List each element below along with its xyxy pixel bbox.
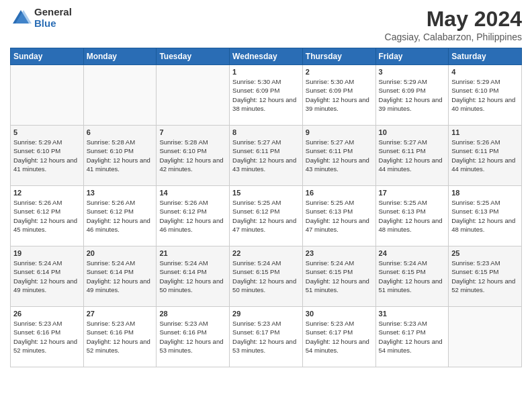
day-number: 31 [379, 310, 446, 318]
day-number: 5 [13, 128, 81, 136]
day-number: 2 [306, 68, 373, 76]
day-info: Sunrise: 5:25 AMSunset: 6:13 PMDaylight:… [451, 198, 519, 234]
logo-icon [10, 7, 32, 29]
day-info: Sunrise: 5:23 AMSunset: 6:15 PMDaylight:… [451, 259, 519, 294]
day-number: 29 [232, 310, 300, 318]
day-cell: 22Sunrise: 5:24 AMSunset: 6:15 PMDayligh… [230, 246, 303, 307]
days-header-row: SundayMondayTuesdayWednesdayThursdayFrid… [11, 48, 522, 65]
day-info: Sunrise: 5:23 AMSunset: 6:17 PMDaylight:… [232, 319, 300, 355]
day-number: 3 [379, 68, 446, 76]
day-number: 14 [159, 189, 226, 197]
day-number: 22 [232, 249, 300, 257]
day-header-monday: Monday [83, 48, 157, 65]
day-number: 30 [306, 310, 373, 318]
day-number: 28 [159, 310, 226, 318]
day-cell: 6Sunrise: 5:28 AMSunset: 6:10 PMDaylight… [83, 126, 157, 186]
day-number: 11 [451, 128, 519, 136]
week-row-3: 12Sunrise: 5:26 AMSunset: 6:12 PMDayligh… [11, 186, 522, 246]
day-cell: 23Sunrise: 5:24 AMSunset: 6:15 PMDayligh… [302, 246, 375, 307]
week-row-5: 26Sunrise: 5:23 AMSunset: 6:16 PMDayligh… [11, 307, 522, 367]
day-number: 6 [87, 128, 154, 136]
week-row-4: 19Sunrise: 5:24 AMSunset: 6:14 PMDayligh… [11, 246, 522, 307]
day-number: 25 [451, 249, 519, 257]
day-info: Sunrise: 5:23 AMSunset: 6:16 PMDaylight:… [159, 319, 226, 355]
day-cell: 31Sunrise: 5:23 AMSunset: 6:17 PMDayligh… [375, 307, 449, 367]
day-number: 4 [451, 68, 519, 76]
day-header-tuesday: Tuesday [157, 48, 230, 65]
day-number: 27 [87, 310, 154, 318]
day-info: Sunrise: 5:24 AMSunset: 6:15 PMDaylight:… [306, 259, 373, 294]
day-cell [83, 65, 157, 126]
day-cell: 28Sunrise: 5:23 AMSunset: 6:16 PMDayligh… [157, 307, 230, 367]
day-number: 20 [87, 249, 154, 257]
day-number: 13 [87, 189, 154, 197]
day-cell: 5Sunrise: 5:29 AMSunset: 6:10 PMDaylight… [11, 126, 84, 186]
day-info: Sunrise: 5:26 AMSunset: 6:12 PMDaylight:… [159, 198, 226, 234]
day-header-saturday: Saturday [449, 48, 522, 65]
day-cell: 8Sunrise: 5:27 AMSunset: 6:11 PMDaylight… [230, 126, 303, 186]
day-cell: 4Sunrise: 5:29 AMSunset: 6:10 PMDaylight… [449, 65, 522, 126]
day-number: 8 [232, 128, 300, 136]
day-cell: 25Sunrise: 5:23 AMSunset: 6:15 PMDayligh… [449, 246, 522, 307]
day-info: Sunrise: 5:30 AMSunset: 6:09 PMDaylight:… [232, 77, 300, 113]
day-header-friday: Friday [375, 48, 449, 65]
day-cell: 12Sunrise: 5:26 AMSunset: 6:12 PMDayligh… [11, 186, 84, 246]
day-cell: 29Sunrise: 5:23 AMSunset: 6:17 PMDayligh… [230, 307, 303, 367]
day-info: Sunrise: 5:24 AMSunset: 6:14 PMDaylight:… [159, 259, 226, 294]
day-number: 7 [159, 128, 226, 136]
day-cell: 11Sunrise: 5:26 AMSunset: 6:11 PMDayligh… [449, 126, 522, 186]
day-cell: 18Sunrise: 5:25 AMSunset: 6:13 PMDayligh… [449, 186, 522, 246]
day-info: Sunrise: 5:26 AMSunset: 6:11 PMDaylight:… [451, 138, 519, 173]
day-cell: 2Sunrise: 5:30 AMSunset: 6:09 PMDaylight… [302, 65, 375, 126]
day-info: Sunrise: 5:23 AMSunset: 6:17 PMDaylight:… [379, 319, 446, 355]
day-info: Sunrise: 5:29 AMSunset: 6:10 PMDaylight:… [451, 77, 519, 113]
day-cell: 26Sunrise: 5:23 AMSunset: 6:16 PMDayligh… [11, 307, 84, 367]
day-cell: 27Sunrise: 5:23 AMSunset: 6:16 PMDayligh… [83, 307, 157, 367]
day-cell: 20Sunrise: 5:24 AMSunset: 6:14 PMDayligh… [83, 246, 157, 307]
day-info: Sunrise: 5:30 AMSunset: 6:09 PMDaylight:… [306, 77, 373, 113]
day-cell: 24Sunrise: 5:24 AMSunset: 6:15 PMDayligh… [375, 246, 449, 307]
day-cell: 3Sunrise: 5:29 AMSunset: 6:09 PMDaylight… [375, 65, 449, 126]
day-number: 15 [232, 189, 300, 197]
week-row-2: 5Sunrise: 5:29 AMSunset: 6:10 PMDaylight… [11, 126, 522, 186]
day-info: Sunrise: 5:29 AMSunset: 6:10 PMDaylight:… [13, 138, 81, 173]
day-info: Sunrise: 5:25 AMSunset: 6:13 PMDaylight:… [379, 198, 446, 234]
day-cell: 14Sunrise: 5:26 AMSunset: 6:12 PMDayligh… [157, 186, 230, 246]
day-cell: 19Sunrise: 5:24 AMSunset: 6:14 PMDayligh… [11, 246, 84, 307]
day-number: 10 [379, 128, 446, 136]
week-row-1: 1Sunrise: 5:30 AMSunset: 6:09 PMDaylight… [11, 65, 522, 126]
day-cell [449, 307, 522, 367]
day-number: 9 [306, 128, 373, 136]
title-area: May 2024 Cagsiay, Calabarzon, Philippine… [385, 7, 522, 42]
day-cell: 1Sunrise: 5:30 AMSunset: 6:09 PMDaylight… [230, 65, 303, 126]
day-info: Sunrise: 5:24 AMSunset: 6:15 PMDaylight:… [232, 259, 300, 294]
day-cell: 7Sunrise: 5:28 AMSunset: 6:10 PMDaylight… [157, 126, 230, 186]
day-info: Sunrise: 5:26 AMSunset: 6:12 PMDaylight:… [13, 198, 81, 234]
day-cell: 16Sunrise: 5:25 AMSunset: 6:13 PMDayligh… [302, 186, 375, 246]
day-info: Sunrise: 5:26 AMSunset: 6:12 PMDaylight:… [87, 198, 154, 234]
day-info: Sunrise: 5:27 AMSunset: 6:11 PMDaylight:… [232, 138, 300, 173]
header: General Blue May 2024 Cagsiay, Calabarzo… [10, 7, 522, 42]
day-info: Sunrise: 5:25 AMSunset: 6:13 PMDaylight:… [306, 198, 373, 234]
day-cell: 10Sunrise: 5:27 AMSunset: 6:11 PMDayligh… [375, 126, 449, 186]
day-info: Sunrise: 5:25 AMSunset: 6:12 PMDaylight:… [232, 198, 300, 234]
day-cell: 17Sunrise: 5:25 AMSunset: 6:13 PMDayligh… [375, 186, 449, 246]
calendar-table: SundayMondayTuesdayWednesdayThursdayFrid… [10, 48, 522, 367]
day-header-wednesday: Wednesday [230, 48, 303, 65]
day-info: Sunrise: 5:27 AMSunset: 6:11 PMDaylight:… [306, 138, 373, 173]
day-cell: 13Sunrise: 5:26 AMSunset: 6:12 PMDayligh… [83, 186, 157, 246]
day-number: 18 [451, 189, 519, 197]
day-info: Sunrise: 5:24 AMSunset: 6:14 PMDaylight:… [13, 259, 81, 294]
logo-blue-text: Blue [34, 18, 72, 30]
day-cell: 9Sunrise: 5:27 AMSunset: 6:11 PMDaylight… [302, 126, 375, 186]
day-info: Sunrise: 5:28 AMSunset: 6:10 PMDaylight:… [87, 138, 154, 173]
day-cell: 30Sunrise: 5:23 AMSunset: 6:17 PMDayligh… [302, 307, 375, 367]
day-number: 23 [306, 249, 373, 257]
calendar-header: SundayMondayTuesdayWednesdayThursdayFrid… [11, 48, 522, 65]
day-cell: 15Sunrise: 5:25 AMSunset: 6:12 PMDayligh… [230, 186, 303, 246]
main-title: May 2024 [385, 7, 522, 32]
logo-text: General Blue [34, 7, 72, 29]
day-header-sunday: Sunday [11, 48, 84, 65]
day-number: 24 [379, 249, 446, 257]
day-number: 21 [159, 249, 226, 257]
